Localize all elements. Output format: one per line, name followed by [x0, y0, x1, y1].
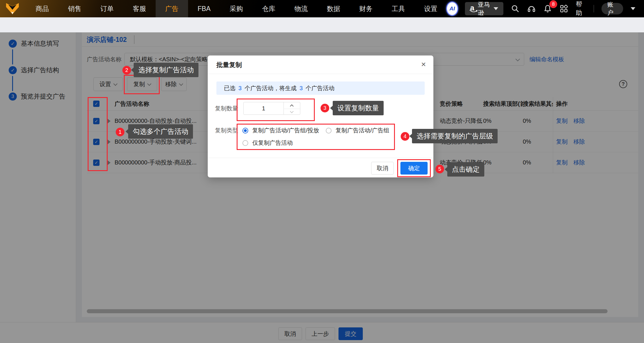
navbar-right: AI a 亚马逊: [447, 0, 644, 17]
navbar-divider: [594, 5, 594, 12]
support-headset-icon[interactable]: [527, 4, 536, 13]
nav-item-warehouse[interactable]: 仓库: [253, 0, 285, 17]
search-icon[interactable]: [511, 4, 520, 13]
account-chevron-down-icon[interactable]: [631, 7, 635, 10]
generated-count: 3: [299, 85, 303, 92]
batch-copy-modal: 批量复制 × 已选 3 个广告活动，将生成 3 个广告活动 复制数量 复制类型 …: [208, 55, 433, 177]
radio-label: 仅复制广告活动: [252, 139, 293, 147]
modal-title: 批量复制: [216, 61, 242, 69]
guide-tip-2: 选择复制广告活动: [134, 63, 198, 77]
guide-step-5-badge: 5: [435, 165, 444, 173]
brand-fox-logo: [6, 3, 19, 15]
chevron-down-icon: [494, 7, 498, 10]
radio-unselected-icon: [326, 128, 332, 134]
modal-cancel-button[interactable]: 取消: [371, 162, 394, 175]
page: 商品 销售 订单 客服 广告 FBA 采购 仓库 物流 数据 财务 工具 设置 …: [0, 0, 644, 343]
stepper-down-button[interactable]: [284, 109, 300, 115]
guide-tip-5: 点击确定: [447, 162, 484, 177]
account-menu[interactable]: 账户: [601, 3, 623, 14]
selection-summary-bar: 已选 3 个广告活动，将生成 3 个广告活动: [216, 81, 425, 95]
radio-copy-campaign-group-targeting[interactable]: 复制广告活动/广告组/投放: [242, 127, 319, 134]
modal-confirm-button[interactable]: 确定: [400, 162, 428, 175]
quantity-stepper: [284, 102, 300, 115]
nav-item-fba[interactable]: FBA: [188, 0, 220, 17]
modal-footer-divider: [208, 158, 433, 158]
nav-item-advertising[interactable]: 广告: [156, 0, 188, 17]
nav-item-orders[interactable]: 订单: [91, 0, 123, 17]
nav-item-service[interactable]: 客服: [123, 0, 156, 17]
selected-count: 3: [238, 85, 242, 92]
guide-tip-3: 设置复制数量: [333, 101, 384, 115]
summary-middle: 个广告活动，将生成: [244, 84, 297, 92]
main-menu: 商品 销售 订单 客服 广告 FBA 采购 仓库 物流 数据 财务 工具 设置: [26, 0, 447, 17]
copy-quantity-input[interactable]: [243, 102, 284, 115]
radio-copy-campaign-only[interactable]: 仅复制广告活动: [242, 139, 293, 147]
guide-step-3-badge: 3: [321, 104, 329, 112]
ai-assistant-icon[interactable]: AI: [447, 2, 457, 15]
modal-close-icon[interactable]: ×: [421, 60, 426, 69]
nav-item-settings[interactable]: 设置: [415, 0, 447, 17]
notifications-bell-icon[interactable]: 8: [543, 4, 552, 13]
radio-unselected-icon: [242, 140, 248, 146]
amazon-smile-icon: [470, 10, 478, 13]
radio-label: 复制广告活动/广告组: [336, 127, 389, 134]
summary-suffix: 个广告活动: [306, 84, 334, 92]
nav-item-data[interactable]: 数据: [317, 0, 350, 17]
copy-type-label: 复制类型: [215, 127, 238, 134]
notification-count-badge: 8: [549, 0, 557, 8]
nav-item-sales[interactable]: 销售: [58, 0, 91, 17]
guide-step-1-badge: 1: [116, 128, 124, 136]
guide-tip-4: 选择需要复制的广告层级: [412, 129, 498, 143]
marketplace-selector[interactable]: a 亚马逊: [465, 2, 503, 15]
copy-quantity-label: 复制数量: [215, 105, 238, 112]
top-navbar: 商品 销售 订单 客服 广告 FBA 采购 仓库 物流 数据 财务 工具 设置 …: [0, 0, 644, 17]
modal-header: 批量复制 ×: [208, 55, 433, 74]
tab-bar: [0, 17, 644, 32]
nav-item-tools[interactable]: 工具: [382, 0, 415, 17]
summary-prefix: 已选: [224, 84, 235, 92]
guide-step-4-badge: 4: [401, 132, 409, 141]
guide-tip-1: 勾选多个广告活动: [128, 124, 193, 139]
radio-selected-icon: [242, 128, 248, 134]
nav-item-products[interactable]: 商品: [26, 0, 58, 17]
guide-step-2-badge: 2: [122, 66, 131, 75]
nav-item-logistics[interactable]: 物流: [285, 0, 317, 17]
radio-copy-campaign-group[interactable]: 复制广告活动/广告组: [326, 127, 389, 134]
amazon-icon: a: [470, 5, 474, 11]
marketplace-label: 亚马逊: [478, 1, 490, 17]
nav-item-purchase[interactable]: 采购: [220, 0, 253, 17]
apps-grid-icon[interactable]: [560, 4, 568, 13]
radio-label: 复制广告活动/广告组/投放: [252, 127, 319, 134]
stepper-up-button[interactable]: [284, 102, 300, 109]
nav-item-finance[interactable]: 财务: [350, 0, 382, 17]
help-link[interactable]: 帮助: [576, 0, 586, 17]
